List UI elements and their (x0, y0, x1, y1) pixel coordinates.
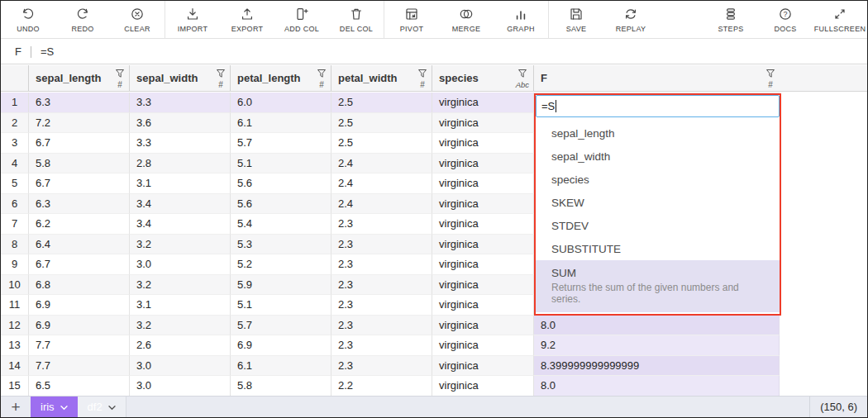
cell[interactable]: 3.3 (129, 133, 230, 154)
cell[interactable]: 6.1 (230, 356, 331, 377)
suggestion-substitute[interactable]: SUBSTITUTE (536, 237, 780, 260)
toolbar-docs-button[interactable]: ?DOCS (758, 1, 813, 38)
cell[interactable]: 2.5 (331, 93, 432, 113)
toolbar-merge-button[interactable]: MERGE (439, 1, 494, 38)
cell[interactable]: 6.7 (28, 254, 129, 275)
cell[interactable]: 3.4 (129, 214, 230, 235)
toolbar-del-col-button[interactable]: DEL COL (329, 1, 384, 38)
cell[interactable]: 2.4 (331, 194, 432, 215)
row-index[interactable]: 14 (1, 356, 28, 377)
cell[interactable]: 5.7 (230, 316, 331, 336)
cell[interactable]: virginica (432, 194, 533, 215)
suggestion-stdev[interactable]: STDEV (536, 214, 780, 237)
row-index[interactable]: 12 (1, 316, 28, 336)
toolbar-import-button[interactable]: IMPORT (165, 1, 220, 38)
cell[interactable]: virginica (432, 154, 533, 174)
cell[interactable]: virginica (432, 113, 533, 134)
toolbar-clear-button[interactable]: CLEAR (110, 1, 165, 38)
cell[interactable]: 2.5 (331, 133, 432, 154)
cell[interactable]: 3.1 (129, 295, 230, 316)
row-index[interactable]: 9 (1, 254, 28, 275)
cell[interactable]: 3.0 (129, 356, 230, 377)
cell[interactable]: virginica (432, 133, 533, 154)
column-header-f[interactable]: F# (533, 65, 780, 91)
column-header-petal-length[interactable]: petal_length# (230, 65, 331, 91)
cell[interactable]: 3.0 (129, 254, 230, 275)
toolbar-add-col-button[interactable]: ADD COL (274, 1, 329, 38)
column-filter-control[interactable]: # (216, 68, 226, 89)
cell[interactable]: 5.3 (230, 235, 331, 255)
cell[interactable]: 6.3 (28, 194, 129, 215)
cell[interactable]: 5.8 (230, 376, 331, 396)
cell[interactable]: 5.2 (230, 254, 331, 275)
cell[interactable]: virginica (432, 93, 533, 113)
column-header-sepal-width[interactable]: sepal_width# (129, 65, 230, 91)
cell[interactable]: 3.2 (129, 275, 230, 296)
toolbar-graph-button[interactable]: GRAPH (494, 1, 548, 38)
row-index[interactable]: 5 (1, 173, 28, 194)
cell[interactable]: 7.7 (28, 335, 129, 356)
row-index[interactable]: 13 (1, 335, 28, 356)
suggestion-species[interactable]: species (536, 168, 780, 191)
row-index[interactable]: 11 (1, 295, 28, 316)
cell[interactable]: 6.5 (28, 376, 129, 396)
cell[interactable]: virginica (432, 214, 533, 235)
column-header-species[interactable]: speciesAbc (432, 65, 533, 91)
cell[interactable]: 2.3 (331, 316, 432, 336)
cell[interactable]: 6.9 (28, 295, 129, 316)
row-index[interactable]: 6 (1, 194, 28, 215)
cell[interactable]: 7.2 (28, 113, 129, 134)
cell[interactable]: 2.8 (129, 154, 230, 174)
sheet-tab-df2[interactable]: df2 (78, 397, 126, 417)
cell[interactable]: 3.4 (129, 194, 230, 215)
cell[interactable]: 8.0 (533, 316, 780, 336)
column-filter-control[interactable]: # (317, 68, 327, 89)
cell[interactable]: 9.2 (533, 335, 780, 356)
suggestion-sepal-length[interactable]: sepal_length (536, 121, 780, 145)
cell[interactable]: 5.6 (230, 194, 331, 215)
cell[interactable]: 6.4 (28, 235, 129, 255)
column-header-sepal-length[interactable]: sepal_length# (28, 65, 129, 91)
cell[interactable]: 2.4 (331, 173, 432, 194)
suggestion-skew[interactable]: SKEW (536, 191, 780, 214)
row-index[interactable]: 1 (1, 93, 28, 113)
cell[interactable]: 2.3 (331, 214, 432, 235)
cell[interactable]: virginica (432, 235, 533, 255)
suggestion-sum[interactable]: SUMReturns the sum of the given numbers … (536, 260, 780, 312)
row-index[interactable]: 3 (1, 133, 28, 154)
cell[interactable]: 3.0 (129, 376, 230, 396)
formula-bar-input[interactable]: =S (41, 45, 54, 58)
cell[interactable]: 6.9 (230, 335, 331, 356)
cell[interactable]: virginica (432, 173, 533, 194)
toolbar-redo-button[interactable]: REDO (55, 1, 110, 38)
cell[interactable]: virginica (432, 316, 533, 336)
row-index[interactable]: 10 (1, 275, 28, 296)
cell[interactable]: 5.1 (230, 295, 331, 316)
cell[interactable]: 6.7 (28, 173, 129, 194)
row-index[interactable]: 15 (1, 376, 28, 396)
cell[interactable]: 6.9 (28, 316, 129, 336)
column-filter-control[interactable]: # (417, 68, 427, 89)
cell[interactable]: 3.3 (129, 93, 230, 113)
suggestion-sepal-width[interactable]: sepal_width (536, 145, 780, 168)
cell[interactable]: 3.1 (129, 173, 230, 194)
row-index[interactable]: 2 (1, 113, 28, 134)
toolbar-save-button[interactable]: SAVE (549, 1, 603, 38)
row-index[interactable]: 7 (1, 214, 28, 235)
cell-editor-input[interactable]: =S (536, 95, 780, 117)
cell[interactable]: 2.3 (331, 235, 432, 255)
cell[interactable]: 8.0 (533, 376, 780, 396)
toolbar-steps-button[interactable]: STEPS (703, 1, 758, 38)
row-index[interactable]: 4 (1, 154, 28, 174)
cell[interactable]: 5.1 (230, 154, 331, 174)
toolbar-replay-button[interactable]: REPLAY (603, 1, 658, 38)
toolbar-fullscreen-button[interactable]: FULLSCREEN (813, 1, 867, 38)
cell[interactable]: 2.3 (331, 335, 432, 356)
cell[interactable]: 6.8 (28, 275, 129, 296)
column-filter-control[interactable]: # (115, 68, 125, 89)
cell[interactable]: 3.2 (129, 235, 230, 255)
cell[interactable]: 2.3 (331, 356, 432, 377)
cell[interactable]: 6.1 (230, 113, 331, 134)
cell[interactable]: virginica (432, 275, 533, 296)
column-header-petal-width[interactable]: petal_width# (331, 65, 432, 91)
